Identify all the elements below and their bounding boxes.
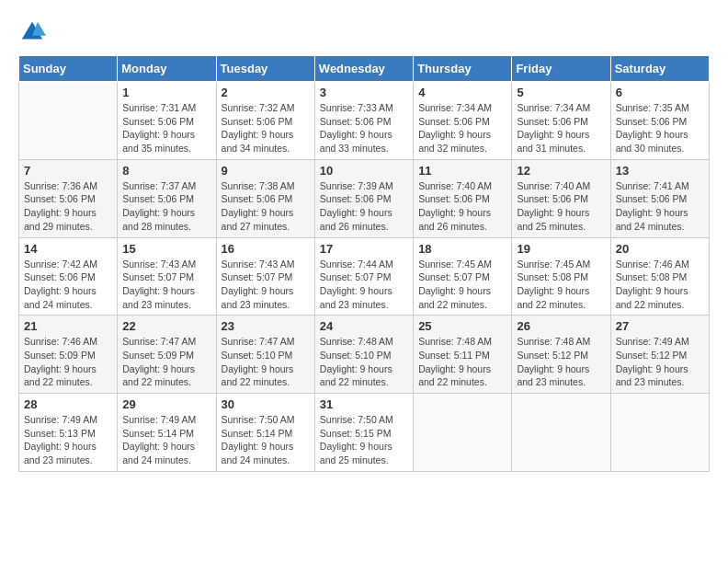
calendar-cell: 21Sunrise: 7:46 AM Sunset: 5:09 PM Dayli…: [19, 316, 118, 394]
calendar-week-2: 7Sunrise: 7:36 AM Sunset: 5:06 PM Daylig…: [19, 159, 710, 237]
calendar-week-4: 21Sunrise: 7:46 AM Sunset: 5:09 PM Dayli…: [19, 316, 710, 394]
day-info: Sunrise: 7:31 AM Sunset: 5:06 PM Dayligh…: [122, 101, 210, 155]
day-info: Sunrise: 7:35 AM Sunset: 5:06 PM Dayligh…: [616, 101, 704, 155]
day-number: 15: [122, 242, 210, 256]
day-number: 14: [24, 242, 112, 256]
calendar-cell: [19, 82, 118, 160]
calendar-cell: 6Sunrise: 7:35 AM Sunset: 5:06 PM Daylig…: [610, 82, 709, 160]
day-info: Sunrise: 7:42 AM Sunset: 5:06 PM Dayligh…: [24, 258, 112, 312]
calendar-cell: [610, 394, 709, 472]
calendar-week-3: 14Sunrise: 7:42 AM Sunset: 5:06 PM Dayli…: [19, 237, 710, 316]
calendar-cell: 19Sunrise: 7:45 AM Sunset: 5:08 PM Dayli…: [512, 237, 610, 316]
day-number: 21: [24, 319, 112, 333]
day-number: 28: [24, 397, 112, 411]
day-number: 3: [320, 86, 408, 99]
day-info: Sunrise: 7:36 AM Sunset: 5:06 PM Dayligh…: [24, 179, 112, 234]
calendar-cell: 24Sunrise: 7:48 AM Sunset: 5:10 PM Dayli…: [314, 316, 413, 394]
day-info: Sunrise: 7:45 AM Sunset: 5:07 PM Dayligh…: [418, 258, 506, 312]
day-info: Sunrise: 7:34 AM Sunset: 5:06 PM Dayligh…: [418, 101, 506, 155]
calendar-cell: 26Sunrise: 7:48 AM Sunset: 5:12 PM Dayli…: [512, 316, 610, 394]
day-info: Sunrise: 7:43 AM Sunset: 5:07 PM Dayligh…: [222, 258, 310, 312]
day-info: Sunrise: 7:47 AM Sunset: 5:09 PM Dayligh…: [122, 335, 210, 389]
calendar-cell: 20Sunrise: 7:46 AM Sunset: 5:08 PM Dayli…: [610, 237, 709, 316]
calendar-cell: 16Sunrise: 7:43 AM Sunset: 5:07 PM Dayli…: [216, 237, 314, 316]
calendar-cell: 12Sunrise: 7:40 AM Sunset: 5:06 PM Dayli…: [512, 159, 610, 237]
day-info: Sunrise: 7:49 AM Sunset: 5:13 PM Dayligh…: [24, 413, 112, 467]
day-number: 7: [24, 164, 112, 178]
day-info: Sunrise: 7:48 AM Sunset: 5:12 PM Dayligh…: [517, 335, 605, 389]
calendar-cell: 2Sunrise: 7:32 AM Sunset: 5:06 PM Daylig…: [216, 82, 314, 160]
day-info: Sunrise: 7:40 AM Sunset: 5:06 PM Dayligh…: [517, 179, 605, 234]
day-number: 23: [222, 319, 310, 333]
day-number: 27: [616, 319, 704, 333]
day-number: 8: [122, 164, 210, 178]
calendar-cell: 17Sunrise: 7:44 AM Sunset: 5:07 PM Dayli…: [314, 237, 413, 316]
day-number: 12: [517, 164, 605, 178]
logo-icon: [18, 18, 46, 46]
day-number: 18: [418, 242, 506, 256]
calendar-cell: 14Sunrise: 7:42 AM Sunset: 5:06 PM Dayli…: [19, 237, 118, 316]
day-info: Sunrise: 7:50 AM Sunset: 5:15 PM Dayligh…: [320, 413, 408, 467]
day-number: 29: [122, 397, 210, 411]
day-info: Sunrise: 7:46 AM Sunset: 5:08 PM Dayligh…: [616, 258, 704, 312]
calendar-cell: 15Sunrise: 7:43 AM Sunset: 5:07 PM Dayli…: [118, 237, 216, 316]
day-info: Sunrise: 7:49 AM Sunset: 5:12 PM Dayligh…: [616, 335, 704, 389]
day-number: 19: [517, 242, 605, 256]
day-info: Sunrise: 7:38 AM Sunset: 5:06 PM Dayligh…: [222, 179, 310, 234]
day-number: 16: [222, 242, 310, 256]
day-info: Sunrise: 7:48 AM Sunset: 5:11 PM Dayligh…: [418, 335, 506, 389]
calendar-week-1: 1Sunrise: 7:31 AM Sunset: 5:06 PM Daylig…: [19, 82, 710, 160]
calendar-cell: 18Sunrise: 7:45 AM Sunset: 5:07 PM Dayli…: [414, 237, 512, 316]
day-info: Sunrise: 7:33 AM Sunset: 5:06 PM Dayligh…: [320, 101, 408, 155]
calendar-cell: 3Sunrise: 7:33 AM Sunset: 5:06 PM Daylig…: [314, 82, 413, 160]
day-number: 5: [517, 86, 605, 99]
day-info: Sunrise: 7:39 AM Sunset: 5:06 PM Dayligh…: [320, 179, 408, 234]
calendar-cell: 31Sunrise: 7:50 AM Sunset: 5:15 PM Dayli…: [314, 394, 413, 472]
calendar-header-thursday: Thursday: [414, 56, 512, 82]
calendar-header-sunday: Sunday: [19, 56, 118, 82]
day-number: 1: [122, 86, 210, 99]
calendar-cell: 11Sunrise: 7:40 AM Sunset: 5:06 PM Dayli…: [414, 159, 512, 237]
day-number: 17: [320, 242, 408, 256]
calendar-cell: 25Sunrise: 7:48 AM Sunset: 5:11 PM Dayli…: [414, 316, 512, 394]
day-number: 2: [222, 86, 310, 99]
calendar-cell: [512, 394, 610, 472]
calendar-header-saturday: Saturday: [610, 56, 709, 82]
day-info: Sunrise: 7:40 AM Sunset: 5:06 PM Dayligh…: [418, 179, 506, 234]
day-info: Sunrise: 7:32 AM Sunset: 5:06 PM Dayligh…: [222, 101, 310, 155]
day-number: 11: [418, 164, 506, 178]
day-info: Sunrise: 7:47 AM Sunset: 5:10 PM Dayligh…: [222, 335, 310, 389]
day-number: 10: [320, 164, 408, 178]
calendar-header-tuesday: Tuesday: [216, 56, 314, 82]
calendar-header-wednesday: Wednesday: [314, 56, 413, 82]
calendar-header-monday: Monday: [118, 56, 216, 82]
calendar-cell: 23Sunrise: 7:47 AM Sunset: 5:10 PM Dayli…: [216, 316, 314, 394]
calendar-header-friday: Friday: [512, 56, 610, 82]
day-info: Sunrise: 7:49 AM Sunset: 5:14 PM Dayligh…: [122, 413, 210, 467]
day-info: Sunrise: 7:50 AM Sunset: 5:14 PM Dayligh…: [222, 413, 310, 467]
day-number: 25: [418, 319, 506, 333]
day-info: Sunrise: 7:41 AM Sunset: 5:06 PM Dayligh…: [616, 179, 704, 234]
calendar-week-5: 28Sunrise: 7:49 AM Sunset: 5:13 PM Dayli…: [19, 394, 710, 472]
calendar-cell: 28Sunrise: 7:49 AM Sunset: 5:13 PM Dayli…: [19, 394, 118, 472]
page-header: [18, 18, 710, 46]
day-info: Sunrise: 7:44 AM Sunset: 5:07 PM Dayligh…: [320, 258, 408, 312]
calendar-cell: 7Sunrise: 7:36 AM Sunset: 5:06 PM Daylig…: [19, 159, 118, 237]
day-number: 31: [320, 397, 408, 411]
calendar-cell: 13Sunrise: 7:41 AM Sunset: 5:06 PM Dayli…: [610, 159, 709, 237]
day-number: 6: [616, 86, 704, 99]
calendar-header-row: SundayMondayTuesdayWednesdayThursdayFrid…: [19, 56, 710, 82]
logo: [18, 18, 51, 46]
day-number: 30: [222, 397, 310, 411]
day-info: Sunrise: 7:46 AM Sunset: 5:09 PM Dayligh…: [24, 335, 112, 389]
day-number: 4: [418, 86, 506, 99]
day-info: Sunrise: 7:43 AM Sunset: 5:07 PM Dayligh…: [122, 258, 210, 312]
day-number: 20: [616, 242, 704, 256]
day-info: Sunrise: 7:48 AM Sunset: 5:10 PM Dayligh…: [320, 335, 408, 389]
calendar-cell: 22Sunrise: 7:47 AM Sunset: 5:09 PM Dayli…: [118, 316, 216, 394]
day-number: 26: [517, 319, 605, 333]
calendar-cell: 5Sunrise: 7:34 AM Sunset: 5:06 PM Daylig…: [512, 82, 610, 160]
calendar-cell: 30Sunrise: 7:50 AM Sunset: 5:14 PM Dayli…: [216, 394, 314, 472]
calendar-cell: 10Sunrise: 7:39 AM Sunset: 5:06 PM Dayli…: [314, 159, 413, 237]
calendar-cell: [414, 394, 512, 472]
